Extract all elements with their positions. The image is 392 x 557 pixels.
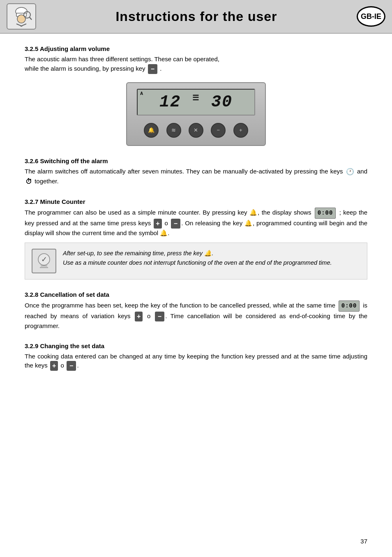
- header-title-area: Instructions for the user: [44, 9, 348, 24]
- minus-key-inline2: −: [171, 219, 180, 229]
- section-325-text: The acoustic alarm has three different s…: [25, 55, 367, 74]
- btn-bell[interactable]: 🔔: [144, 123, 159, 138]
- minus-key-329: −: [67, 361, 76, 371]
- alarm-display-container: A 12 ☰ 30 🔔 ≋ ✕: [25, 82, 367, 146]
- section-326-text: The alarm switches off automatically aft…: [25, 167, 367, 187]
- display-time: 12 ☰ 30: [159, 93, 233, 111]
- page-title: Instructions for the user: [115, 9, 277, 24]
- plus-key-329: +: [50, 361, 58, 371]
- inline-display-1: 0:00: [315, 208, 336, 219]
- section-328: 3.2.8 Cancellation of set data Once the …: [25, 291, 367, 331]
- btn-cross[interactable]: ✕: [189, 123, 203, 138]
- page-header: Instructions for the user GB-IE: [0, 0, 392, 34]
- section-328-heading: 3.2.8 Cancellation of set data: [25, 291, 367, 298]
- section-325-heading: 3.2.5 Adjusting alarm volume: [25, 45, 367, 52]
- page-content: 3.2.5 Adjusting alarm volume The acousti…: [0, 34, 392, 399]
- info-box-text: After set-up, to see the remaining time,…: [63, 249, 332, 267]
- section-327-text: The programmer can also be used as a sim…: [25, 208, 367, 238]
- chef-icon: [9, 6, 34, 27]
- key-clock2: ⏱: [25, 177, 32, 187]
- section-329-heading: 3.2.9 Changing the set data: [25, 342, 367, 349]
- plus-key-inline: +: [154, 219, 161, 229]
- section-327: 3.2.7 Minute Counter The programmer can …: [25, 198, 367, 280]
- page-number: 37: [360, 538, 367, 545]
- section-329-text: The cooking data entered can be changed …: [25, 352, 367, 371]
- svg-text:✓: ✓: [41, 255, 47, 263]
- bell-key-inline: 🔔: [249, 209, 258, 216]
- cross-icon: ✕: [194, 127, 198, 133]
- info-box-icon: ✓: [32, 249, 56, 273]
- key-clock1: 🕐: [346, 167, 354, 177]
- btn-plus[interactable]: +: [233, 123, 248, 138]
- minus-icon: −: [217, 127, 220, 133]
- checklist-icon: ✓: [34, 251, 54, 271]
- display-screen: A 12 ☰ 30: [137, 89, 255, 116]
- svg-line-4: [21, 24, 26, 26]
- bell-icon: 🔔: [148, 127, 154, 133]
- section-328-text: Once the programme has been set, keep th…: [25, 300, 367, 331]
- btn-waves[interactable]: ≋: [166, 123, 181, 138]
- svg-line-6: [30, 17, 32, 20]
- section-329: 3.2.9 Changing the set data The cooking …: [25, 342, 367, 371]
- inline-display-2: 0:00: [339, 300, 360, 312]
- header-logo: [7, 3, 36, 30]
- section-327-heading: 3.2.7 Minute Counter: [25, 198, 367, 205]
- country-badge: GB-IE: [357, 6, 385, 27]
- display-buttons: 🔔 ≋ ✕ − +: [137, 121, 255, 139]
- bell-key-inline2: 🔔: [244, 220, 253, 226]
- section-326-heading: 3.2.6 Switching off the alarm: [25, 157, 367, 164]
- btn-minus[interactable]: −: [211, 123, 226, 138]
- plus-key-328: +: [135, 312, 143, 321]
- section-325: 3.2.5 Adjusting alarm volume The acousti…: [25, 45, 367, 146]
- plus-icon: +: [239, 127, 242, 133]
- minus-key-inline: −: [148, 64, 157, 74]
- info-box-327: ✓ After set-up, to see the remaining tim…: [25, 243, 367, 280]
- waves-icon: ≋: [171, 127, 176, 133]
- section-326: 3.2.6 Switching off the alarm The alarm …: [25, 157, 367, 187]
- bell-symbol: 🔔: [160, 229, 168, 236]
- minus-key-328: −: [155, 312, 164, 321]
- alarm-display: A 12 ☰ 30 🔔 ≋ ✕: [126, 82, 266, 146]
